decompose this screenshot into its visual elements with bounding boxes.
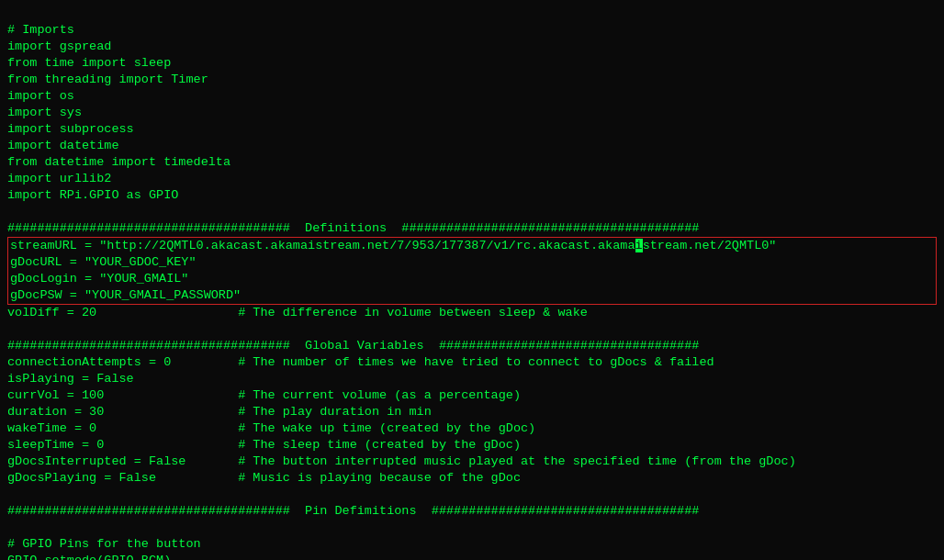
code-line: gDocPSW = "YOUR_GMAIL_PASSWORD" bbox=[7, 287, 937, 305]
code-line: import gspread bbox=[7, 39, 937, 55]
code-line: import urllib2 bbox=[7, 171, 937, 187]
code-line: from datetime import timedelta bbox=[7, 154, 937, 171]
code-line bbox=[7, 520, 937, 536]
code-line: import sys bbox=[7, 105, 937, 121]
code-line: connectionAttempts = 0 # The number of t… bbox=[7, 354, 937, 371]
code-line bbox=[7, 487, 937, 503]
code-line: import RPi.GPIO as GPIO bbox=[7, 187, 937, 204]
code-line: duration = 30 # The play duration in min bbox=[7, 404, 937, 420]
code-line: streamURL = "http://2QMTL0.akacast.akama… bbox=[7, 237, 937, 254]
code-line: gDocURL = "YOUR_GDOC_KEY" bbox=[7, 254, 937, 271]
code-line: gDocsPlaying = False # Music is playing … bbox=[7, 470, 937, 487]
code-line: ###################################### G… bbox=[7, 338, 937, 354]
code-line: currVol = 100 # The current volume (as a… bbox=[7, 387, 937, 404]
code-line: # GPIO Pins for the button bbox=[7, 536, 937, 553]
code-line: import datetime bbox=[7, 138, 937, 154]
code-line: isPlaying = False bbox=[7, 371, 937, 387]
code-line bbox=[7, 321, 937, 338]
code-line: sleepTime = 0 # The sleep time (created … bbox=[7, 437, 937, 454]
code-line: import subprocess bbox=[7, 121, 937, 138]
code-line: GPIO.setmode(GPIO.BCM) bbox=[7, 553, 937, 560]
code-line: # Imports bbox=[7, 22, 937, 39]
code-line: wakeTime = 0 # The wake up time (created… bbox=[7, 420, 937, 437]
code-line bbox=[7, 204, 937, 220]
cursor: i bbox=[635, 239, 643, 252]
code-line: from threading import Timer bbox=[7, 72, 937, 88]
code-line: volDiff = 20 # The difference in volume … bbox=[7, 305, 937, 321]
code-line: gDocLogin = "YOUR_GMAIL" bbox=[7, 271, 937, 287]
code-line: ###################################### D… bbox=[7, 220, 937, 237]
code-line: import os bbox=[7, 88, 937, 105]
code-line: ###################################### P… bbox=[7, 503, 937, 520]
code-line: gDocsInterrupted = False # The button in… bbox=[7, 454, 937, 470]
code-line: from time import sleep bbox=[7, 55, 937, 72]
code-editor: # Importsimport gspreadfrom time import … bbox=[0, 0, 944, 560]
